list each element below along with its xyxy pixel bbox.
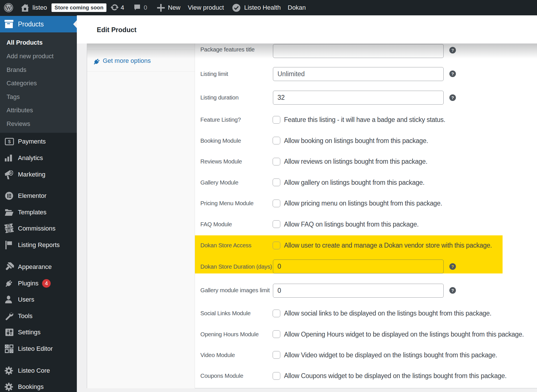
svg-text:?: ? [451,288,454,293]
svg-text:?: ? [451,95,454,100]
svg-text:?: ? [451,264,454,269]
svg-text:$: $ [8,139,11,144]
svg-text:W: W [6,4,12,11]
svg-text:?: ? [451,71,454,76]
svg-text:?: ? [451,48,454,53]
